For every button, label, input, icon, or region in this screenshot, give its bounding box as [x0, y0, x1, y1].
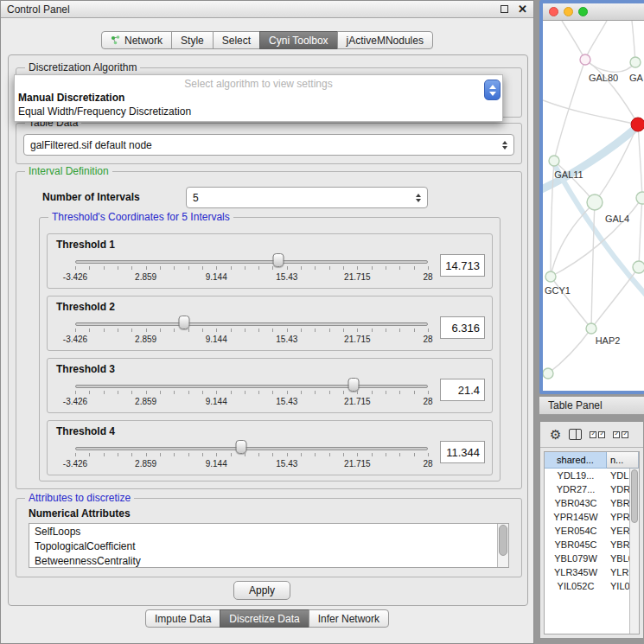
scale-label: 21.715: [344, 397, 371, 406]
slider-track: [75, 447, 428, 450]
slider-track: [75, 385, 428, 388]
group-title: Threshold's Coordinates for 5 Intervals: [48, 211, 233, 223]
mac-close-icon[interactable]: [549, 7, 558, 16]
select-columns-icon[interactable]: [613, 431, 628, 438]
cyni-bottom-tabs: Impute Data Discretize Data Infer Networ…: [1, 609, 533, 628]
node-label: GAL4: [605, 214, 629, 224]
thresholds-container: Threshold 1 -3.4262.8599.14415.4321.7152…: [40, 233, 500, 475]
scale-label: 9.144: [206, 459, 227, 469]
cell-shared-name: YBR045C: [545, 539, 607, 550]
network-edge-thick[interactable]: [554, 164, 644, 296]
window-title: Control Panel: [7, 3, 501, 16]
select-all-rows-icon[interactable]: [590, 431, 605, 438]
scale-label: 28: [423, 335, 432, 344]
threshold-row: Threshold 3 -3.4262.8599.14415.4321.7152…: [47, 358, 493, 413]
network-node[interactable]: [636, 192, 644, 204]
threshold-value-field[interactable]: 6.316: [440, 316, 485, 339]
slider-track: [75, 322, 428, 326]
tab-label: jActiveMNodules: [347, 35, 424, 47]
float-window-icon[interactable]: [501, 5, 508, 13]
thresholds-group: Threshold's Coordinates for 5 Intervals …: [39, 217, 501, 481]
table-row[interactable]: YER054C YER0: [545, 524, 639, 538]
tab-infer-network[interactable]: Infer Network: [309, 609, 389, 628]
slider-thumb[interactable]: [179, 316, 190, 329]
table-data-combo[interactable]: galFiltered.sif default node: [23, 134, 514, 156]
table-row[interactable]: YLR345W YLR3: [545, 565, 639, 579]
threshold-slider[interactable]: -3.4262.8599.14415.4321.71528: [75, 252, 428, 284]
table-row[interactable]: YBR045C YBR0: [545, 538, 639, 552]
table-rows: YDL19... YDL1 YDR27... YDR2 YBR043C YBR0: [545, 469, 639, 593]
network-node-selected-red[interactable]: [631, 118, 644, 131]
algorithm-combo-button[interactable]: [484, 80, 501, 100]
threshold-slider[interactable]: -3.4262.8599.14415.4321.71528: [75, 376, 428, 409]
column-header-name[interactable]: n...: [607, 452, 639, 469]
column-header-shared-name[interactable]: shared...: [545, 452, 607, 469]
mac-zoom-icon[interactable]: [578, 7, 588, 16]
threshold-slider[interactable]: -3.4262.8599.14415.4321.71528: [75, 314, 428, 347]
slider-thumb[interactable]: [348, 378, 360, 392]
table-row[interactable]: YBL079W YBL0: [545, 552, 639, 565]
close-icon[interactable]: ✕: [518, 3, 527, 15]
slider-thumb[interactable]: [273, 253, 284, 267]
attributes-scrollbar[interactable]: [497, 524, 508, 567]
tab-cyni-toolbox[interactable]: Cyni Toolbox: [259, 31, 337, 49]
network-canvas[interactable]: GAL80 GA GAL11 GAL4 GCY1 HAP2: [543, 21, 644, 391]
network-node[interactable]: [587, 194, 603, 210]
scrollbar-thumb[interactable]: [631, 469, 638, 523]
tab-network[interactable]: Network: [101, 31, 172, 49]
list-item[interactable]: SelfLoops: [35, 525, 508, 539]
network-node[interactable]: [545, 271, 556, 282]
menu-item-equal-width-frequency[interactable]: Equal Width/Frequency Discretization: [15, 105, 502, 118]
chevron-up-icon: [489, 85, 496, 89]
tab-jactivemnodules[interactable]: jActiveMNodules: [337, 31, 433, 49]
scale-label: 2.859: [135, 397, 156, 406]
cell-shared-name: YLR345W: [545, 567, 607, 577]
columns-icon[interactable]: [569, 429, 582, 440]
network-node[interactable]: [630, 57, 641, 67]
menu-item-manual-discretization[interactable]: Manual Discretization: [15, 91, 502, 105]
attributes-list: SelfLoops TopologicalCoefficient Between…: [29, 523, 509, 568]
tab-style[interactable]: Style: [171, 31, 214, 49]
node-label: GA: [629, 73, 644, 83]
tab-impute-data[interactable]: Impute Data: [145, 609, 220, 628]
number-of-intervals-combo[interactable]: 5: [186, 187, 428, 208]
network-node[interactable]: [586, 323, 596, 334]
list-item[interactable]: BetweennessCentrality: [35, 554, 508, 568]
network-node[interactable]: [549, 156, 559, 166]
table-row[interactable]: YBR043C YBR0: [545, 496, 639, 510]
tab-discretize-data[interactable]: Discretize Data: [220, 609, 309, 628]
scale-label: 2.859: [135, 459, 156, 469]
network-node[interactable]: [543, 368, 553, 379]
slider-thumb[interactable]: [235, 440, 246, 454]
threshold-value-field[interactable]: 21.4: [440, 379, 485, 401]
cell-shared-name: YDL19...: [545, 470, 607, 481]
table-row[interactable]: YPR145W YPR1: [545, 510, 639, 524]
tab-label: Impute Data: [155, 613, 211, 625]
node-table: shared... n... YDL19... YDL1 YDR27... YD…: [544, 451, 640, 634]
apply-button[interactable]: Apply: [233, 581, 290, 600]
table-toolbar: ⚙: [540, 422, 643, 448]
tab-select[interactable]: Select: [213, 31, 260, 49]
table-scrollbar[interactable]: [629, 469, 639, 634]
cell-shared-name: YIL052C: [545, 581, 607, 591]
scale-label: 2.859: [135, 335, 156, 344]
network-node[interactable]: [580, 54, 590, 65]
scale-label: 21.715: [344, 335, 371, 344]
list-item[interactable]: TopologicalCoefficient: [35, 539, 508, 554]
network-tab-icon: [111, 35, 120, 45]
threshold-value-field[interactable]: 11.344: [440, 441, 485, 463]
threshold-slider[interactable]: -3.4262.8599.14415.4321.71528: [75, 438, 428, 471]
threshold-value-field[interactable]: 14.713: [440, 254, 485, 277]
cell-shared-name: YBR043C: [545, 498, 607, 508]
table-row[interactable]: YIL052C YIL0: [545, 579, 639, 593]
attributes-group: Attributes to discretize Numerical Attri…: [16, 498, 522, 577]
network-node[interactable]: [633, 261, 644, 273]
gear-icon[interactable]: ⚙: [550, 428, 561, 441]
scale-label: 9.144: [206, 397, 227, 406]
table-data-group: Table Data galFiltered.sif default node: [16, 123, 522, 164]
table-row[interactable]: YDL19... YDL1: [545, 469, 639, 482]
scale-label: -3.426: [63, 459, 87, 469]
table-row[interactable]: YDR27... YDR2: [545, 482, 639, 496]
scrollbar-thumb[interactable]: [499, 525, 507, 556]
mac-minimize-icon[interactable]: [564, 7, 573, 16]
